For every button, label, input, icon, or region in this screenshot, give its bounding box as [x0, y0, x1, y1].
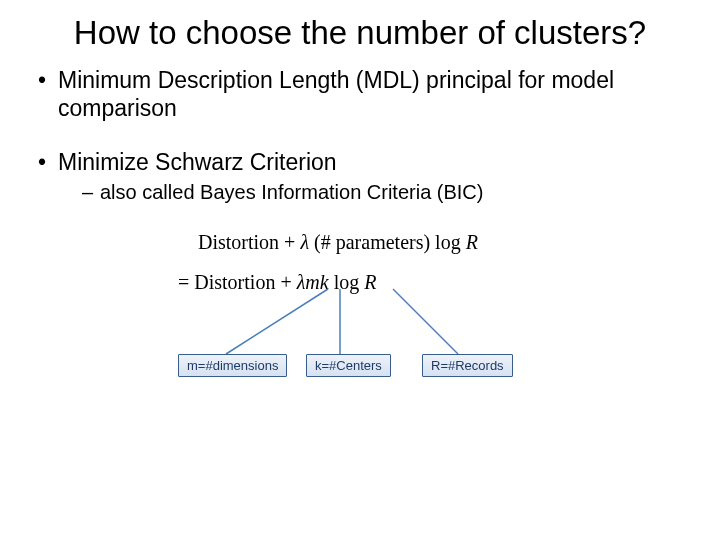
formula-l2-R: R: [364, 271, 376, 293]
formula-l2-k: k: [320, 271, 329, 293]
connector-lines: [38, 231, 682, 421]
bullet-schwarz: Minimize Schwarz Criterion also called B…: [38, 148, 682, 205]
formula-l1-b: (# parameters) log: [309, 231, 466, 253]
formula-l1-lambda: λ: [300, 231, 309, 253]
bullet-schwarz-text: Minimize Schwarz Criterion: [58, 149, 337, 175]
formula-l1-a: Distortion +: [198, 231, 300, 253]
bullet-mdl: Minimum Description Length (MDL) princip…: [38, 66, 682, 122]
callout-k: k=#Centers: [306, 354, 391, 377]
formula-l2-m: m: [305, 271, 319, 293]
connector-m: [226, 289, 328, 354]
formula-l1-R: R: [466, 231, 478, 253]
callout-m: m=#dimensions: [178, 354, 287, 377]
formula-area: Distortion + λ (# parameters) log R = Di…: [38, 231, 682, 421]
bullet-list: Minimum Description Length (MDL) princip…: [38, 66, 682, 205]
sub-bullet-bic: also called Bayes Information Criteria (…: [82, 180, 682, 205]
connector-r: [393, 289, 458, 354]
formula-l2-log: log: [329, 271, 365, 293]
slide: How to choose the number of clusters? Mi…: [0, 0, 720, 540]
formula-line-2: = Distortion + λmk log R: [178, 271, 376, 294]
formula-l2-eq: = Distortion +: [178, 271, 297, 293]
sub-bullet-list: also called Bayes Information Criteria (…: [58, 180, 682, 205]
slide-title: How to choose the number of clusters?: [0, 0, 720, 52]
formula-line-1: Distortion + λ (# parameters) log R: [198, 231, 478, 254]
slide-body: Minimum Description Length (MDL) princip…: [0, 52, 720, 421]
callout-r: R=#Records: [422, 354, 513, 377]
